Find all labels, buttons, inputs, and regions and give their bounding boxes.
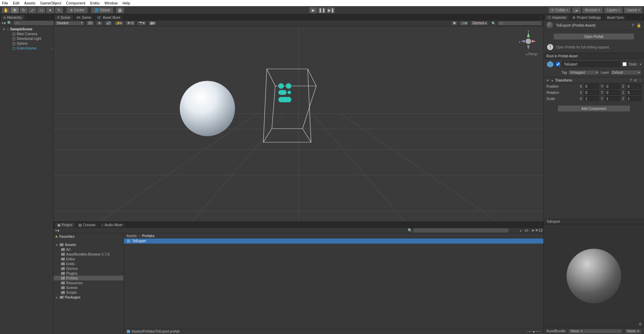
gizmos-dropdown[interactable]: Gizmos ▾ <box>471 21 488 26</box>
rotation-z-field[interactable] <box>626 90 641 95</box>
tab-audio-mixer[interactable]: ♪Audio Mixer <box>99 222 126 228</box>
panel-menu-icon[interactable]: ⋮ <box>47 16 53 20</box>
layout-dropdown[interactable]: Layout▾ <box>624 7 643 14</box>
folder-row[interactable]: AssetBundles-Browser-1.7.0 <box>54 252 123 257</box>
assetbundle-dropdown[interactable]: None▾ <box>568 329 622 334</box>
static-checkbox[interactable] <box>623 62 627 66</box>
custom-tool[interactable]: ✎ <box>55 7 63 14</box>
play-button[interactable]: ▶ <box>309 7 318 14</box>
scene-wireframe-cube[interactable] <box>255 60 320 146</box>
enabled-checkbox[interactable] <box>556 62 560 66</box>
component-menu-icon[interactable]: ⋮ <box>639 78 642 82</box>
tab-inspector[interactable]: ⓘInspector <box>544 15 569 20</box>
menu-component[interactable]: Component <box>66 1 85 5</box>
orientation-gizmo[interactable]: y z <box>518 29 539 53</box>
scale-z-field[interactable] <box>626 96 641 101</box>
tab-project-settings[interactable]: ⚙Project Settings <box>569 15 604 20</box>
account-dropdown[interactable]: Account▾ <box>582 7 603 14</box>
step-button[interactable]: ▶❚ <box>326 7 335 14</box>
camera-toggle[interactable]: 📷▾ <box>137 21 146 26</box>
layers-dropdown[interactable]: Layers▾ <box>604 7 623 14</box>
2d-toggle[interactable]: 2D <box>86 21 94 26</box>
transform-tool[interactable]: ✦ <box>46 7 55 14</box>
scene-sphere-object[interactable] <box>180 81 235 136</box>
folder-row[interactable]: Scripts <box>54 290 123 295</box>
menu-enklu[interactable]: Enklu <box>90 1 100 5</box>
tab-game[interactable]: 🎮Game <box>73 15 94 20</box>
help-icon[interactable]: ? <box>630 78 632 82</box>
persp-label[interactable]: ◂ Persp <box>526 52 537 56</box>
assetbundle-variant-dropdown[interactable]: None▾ <box>625 329 641 334</box>
zoom-slider[interactable]: ── ● ── <box>527 330 541 333</box>
rotate-tool[interactable]: ↻ <box>19 7 28 14</box>
open-prefab-button[interactable]: Open Prefab <box>553 33 634 40</box>
menu-edit[interactable]: Edit <box>13 1 19 5</box>
tab-asset-store[interactable]: 🛒Asset Store <box>94 15 123 20</box>
snap-toggle[interactable]: ▦ <box>116 7 125 14</box>
lighting-toggle[interactable]: ☀ <box>96 21 103 26</box>
audio-toggle[interactable]: 🔊 <box>105 21 112 26</box>
fx-toggle[interactable]: ✨▾ <box>114 21 123 26</box>
position-x-field[interactable] <box>584 84 599 89</box>
asset-item-selected[interactable]: ToExport <box>124 238 543 244</box>
rotation-y-field[interactable] <box>605 90 620 95</box>
filter-by-type[interactable]: ⬧ <box>517 228 524 233</box>
save-search[interactable]: ★ <box>530 228 536 233</box>
packages-row[interactable]: ▸Packages <box>54 295 123 300</box>
scale-tool[interactable]: ⤢ <box>28 7 37 14</box>
fold-icon[interactable]: ▾ <box>2 27 5 31</box>
assets-row[interactable]: ▾Assets <box>54 242 123 247</box>
cloud-button[interactable]: ☁ <box>572 7 581 14</box>
tools-icon[interactable]: ✖ <box>451 21 457 26</box>
filter-by-label[interactable]: 🏷 <box>524 228 530 233</box>
scene-row[interactable]: ▾ ⬨ SampleScene <box>0 27 53 31</box>
tab-asset-sync[interactable]: Asset Sync <box>604 15 627 20</box>
folder-row[interactable]: Editor <box>54 257 123 261</box>
project-search-input[interactable] <box>413 228 509 233</box>
create-dropdown[interactable]: +▾ <box>1 21 6 26</box>
tab-scene[interactable]: #Scene <box>54 15 73 20</box>
hierarchy-item[interactable]: ◫Directional Light <box>0 36 53 41</box>
hierarchy-item-selected[interactable]: ◫EnkluVolume› <box>0 46 53 50</box>
menu-help[interactable]: Help <box>122 1 130 5</box>
layer-dropdown[interactable]: Default▾ <box>611 70 641 75</box>
scale-x-field[interactable] <box>584 96 599 101</box>
position-z-field[interactable] <box>626 84 641 89</box>
object-name-field[interactable] <box>562 61 620 67</box>
reset-icon[interactable]: ⟲ <box>634 78 636 82</box>
breadcrumb-item[interactable]: Assets <box>127 234 137 238</box>
hidden-toggle[interactable]: 👁13 <box>536 228 542 233</box>
menu-file[interactable]: File <box>2 1 8 5</box>
add-component-button[interactable]: Add Component <box>557 105 630 112</box>
panel-menu-icon[interactable]: ⋮ <box>537 223 543 228</box>
panel-menu-icon[interactable]: ⋮ <box>638 16 644 20</box>
preview-header[interactable]: ToExport <box>544 219 644 224</box>
scene-viewport[interactable]: y z ◂ Persp <box>54 26 543 221</box>
rotation-x-field[interactable] <box>584 90 599 95</box>
hierarchy-item[interactable]: ◫Sphere <box>0 41 53 46</box>
tag-dropdown[interactable]: Untagged▾ <box>568 70 599 75</box>
menu-assets[interactable]: Assets <box>24 1 35 5</box>
preview-settings-icon[interactable]: ⚙ <box>639 322 642 326</box>
hand-tool[interactable]: ✋ <box>1 7 10 14</box>
panel-menu-icon[interactable]: ⋮ <box>537 16 543 20</box>
hidden-objects[interactable]: 👁 0 <box>126 21 135 26</box>
pivot-global-toggle[interactable]: 🌐Global <box>91 7 114 14</box>
folder-row[interactable]: Scenes <box>54 285 123 290</box>
menu-window[interactable]: Window <box>104 1 118 5</box>
transform-component-header[interactable]: ▾ ⬧ Transform ? ⟲ ⋮ <box>544 77 644 83</box>
rect-tool[interactable]: ▭ <box>37 7 46 14</box>
move-tool[interactable]: ✥ <box>10 7 19 14</box>
folder-row[interactable]: Gizmos <box>54 266 123 271</box>
folder-row[interactable]: Resources <box>54 280 123 285</box>
tab-hierarchy[interactable]: ≡Hierarchy <box>1 15 25 20</box>
grid-toggle[interactable]: ▦▾ <box>148 21 157 26</box>
scene-search-input[interactable] <box>498 21 542 26</box>
hierarchy-item[interactable]: ◫Main Camera <box>0 31 53 36</box>
tab-project[interactable]: ▣Project <box>54 222 75 228</box>
pause-button[interactable]: ❚❚ <box>318 7 326 14</box>
asset-preview[interactable]: ⚙ <box>544 224 644 328</box>
draw-mode-dropdown[interactable]: Shaded▾ <box>55 21 84 26</box>
chevron-right-icon[interactable]: › <box>52 46 53 50</box>
fold-icon[interactable]: ▾ <box>546 78 549 82</box>
